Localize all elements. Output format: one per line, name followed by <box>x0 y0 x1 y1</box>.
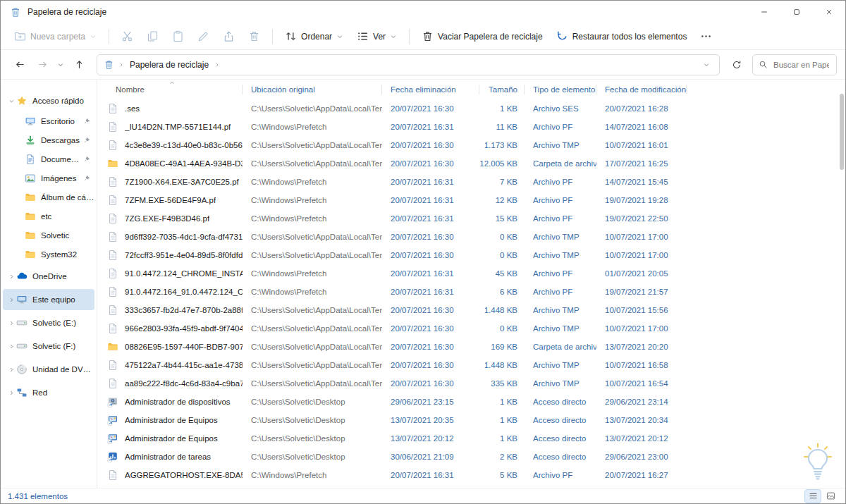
share-button[interactable] <box>216 26 241 47</box>
details-view-button[interactable] <box>805 490 821 503</box>
sidebar-item-album-de-camara[interactable]: Álbum de cámara <box>3 188 94 207</box>
file-type: Archivo PF <box>525 269 596 278</box>
file-row[interactable]: 4c3e8e39-c13d-40e0-b83c-0b56ca...C:\User… <box>102 136 837 154</box>
file-modified-date: 29/06/2021 23:14 <box>596 398 687 406</box>
file-row[interactable]: 72fccff3-951e-4e04-89d5-8f0fdfdf00...C:\… <box>102 246 837 264</box>
file-name: 9d6ff392-7035-4dc1-9cfa-df473117... <box>125 233 243 241</box>
search-box[interactable] <box>752 54 837 75</box>
chevron-right-icon[interactable] <box>6 273 16 280</box>
file-row[interactable]: .sesC:\Users\Solvetic\AppData\Local\Temp… <box>102 99 837 118</box>
file-modified-date: 01/07/2021 20:05 <box>596 269 687 278</box>
file-row[interactable]: AGGREGATORHOST.EXE-8DA5EB72...C:\Windows… <box>102 466 837 484</box>
paste-button[interactable] <box>166 26 190 47</box>
file-row[interactable]: 4D8A08EC-49A1-4AEA-934B-D3A6...C:\Users\… <box>102 154 837 173</box>
file-row[interactable]: 7Z1900-X64.EXE-3A7C0E25.pfC:\Windows\Pre… <box>102 173 837 191</box>
sidebar-item-solvetic-e[interactable]: Solvetic (E:) <box>3 312 94 333</box>
column-header-fecha-de-modificacion[interactable]: Fecha de modificación <box>596 80 687 99</box>
view-label: Ver <box>373 32 386 42</box>
delete-button[interactable] <box>242 26 266 47</box>
forward-button[interactable] <box>32 54 53 75</box>
file-row[interactable]: _IU14D2N.TMP-5571E144.pfC:\Windows\Prefe… <box>102 118 837 136</box>
file-row[interactable]: 7ZFM.EXE-56DE4F9A.pfC:\Windows\Prefetch2… <box>102 191 837 209</box>
onedrive-icon <box>16 271 30 282</box>
column-header-tamano[interactable]: Tamaño <box>479 80 525 99</box>
refresh-button[interactable] <box>727 55 747 75</box>
column-header-nombre[interactable]: Nombre <box>102 80 243 99</box>
column-header-tipo-de-elemento[interactable]: Tipo de elemento <box>525 80 596 99</box>
chevron-right-icon[interactable] <box>6 390 16 396</box>
file-location: C:\Windows\Prefetch <box>243 269 382 278</box>
sidebar-item-documentos[interactable]: Documentos <box>3 149 94 168</box>
recent-locations-button[interactable] <box>54 54 67 75</box>
chevron-right-icon[interactable] <box>6 343 16 350</box>
chevron-right-icon[interactable] <box>6 320 16 326</box>
minimize-button[interactable] <box>748 1 780 23</box>
file-row[interactable]: 966e2803-93fa-45f9-abdf-9f74044a...C:\Us… <box>102 319 837 338</box>
file-type: Archivo TMP <box>525 379 596 388</box>
sidebar-item-unidad-de-dvd-d[interactable]: Unidad de DVD (D:) <box>3 359 94 380</box>
file-row[interactable]: 9d6ff392-7035-4dc1-9cfa-df473117...C:\Us… <box>102 228 837 246</box>
file-modified-date: 13/07/2021 20:12 <box>596 434 687 443</box>
close-icon <box>825 8 833 16</box>
sidebar-item-solvetic-f[interactable]: Solvetic (F:) <box>3 336 94 357</box>
maximize-button[interactable] <box>780 1 813 23</box>
sort-label: Ordenar <box>301 32 332 42</box>
file-name-cell: AGGREGATORHOST.EXE-8DA5EB72... <box>102 469 243 481</box>
chevron-down-icon[interactable] <box>6 98 16 104</box>
file-size: 45 KB <box>479 269 525 278</box>
breadcrumb-item[interactable]: Papelera de reciclaje <box>128 59 210 70</box>
file-row[interactable]: Administrador de dispositivosC:\Users\So… <box>102 393 837 411</box>
up-button[interactable] <box>68 54 90 75</box>
file-size: 2 KB <box>479 453 525 461</box>
file-row[interactable]: 475122a7-4b44-415c-aa1e-4738a5c...C:\Use… <box>102 356 837 374</box>
file-row[interactable]: 91.0.4472.164_91.0.4472.124_C-82C...C:\W… <box>102 283 837 301</box>
sidebar-item-descargas[interactable]: Descargas <box>3 130 94 149</box>
file-row[interactable]: 333c3657-fb2d-47e7-870b-2a88f9d...C:\Use… <box>102 301 837 319</box>
rename-button[interactable] <box>191 26 216 47</box>
file-modified-date: 17/07/2021 16:25 <box>596 159 687 168</box>
file-row[interactable]: Administrador de EquiposC:\Users\Solveti… <box>102 429 837 448</box>
sort-button[interactable]: Ordenar <box>278 26 350 47</box>
empty-recycle-bin-button[interactable]: Vaciar Papelera de reciclaje <box>415 26 549 47</box>
column-header-label: Tamaño <box>489 85 517 94</box>
sidebar-item-este-equipo[interactable]: Este equipo <box>3 289 94 310</box>
more-options-button[interactable] <box>694 26 718 47</box>
sidebar-item-imagenes[interactable]: Imágenes <box>3 168 94 188</box>
back-button[interactable] <box>9 54 30 75</box>
view-button[interactable]: Ver <box>350 26 403 47</box>
file-size: 1 KB <box>479 434 525 443</box>
file-icon <box>107 195 119 206</box>
sidebar-item-red[interactable]: Red <box>3 382 94 403</box>
file-deleted-date: 20/07/2021 16:30 <box>382 233 479 241</box>
pin-icon <box>83 155 94 163</box>
sidebar-item-etc[interactable]: etc <box>3 207 94 226</box>
scrollbar-thumb[interactable] <box>840 94 844 170</box>
file-row[interactable]: 91.0.4472.124_CHROME_INSTALLE-...C:\Wind… <box>102 264 837 283</box>
file-row[interactable]: Administrador de tareasC:\Users\Solvetic… <box>102 448 837 466</box>
restore-all-button[interactable]: Restaurar todos los elementos <box>550 26 694 47</box>
window-body: Acceso rápidoEscritorioDescargasDocument… <box>1 80 845 488</box>
copy-button[interactable] <box>140 26 165 47</box>
column-header-ubicacion-original[interactable]: Ubicación original <box>243 80 382 99</box>
new-folder-button[interactable]: Nueva carpeta <box>8 26 103 47</box>
sidebar-item-system32[interactable]: System32 <box>3 245 94 264</box>
file-row[interactable]: 08826E95-1597-440F-BDB7-907E06...C:\User… <box>102 338 837 356</box>
chevron-right-icon[interactable] <box>6 367 16 373</box>
search-input[interactable] <box>772 60 830 70</box>
file-row[interactable]: Administrador de EquiposC:\Users\Solveti… <box>102 411 837 429</box>
address-dropdown-button[interactable] <box>700 59 713 71</box>
sidebar-item-solvetic[interactable]: Solvetic <box>3 226 94 245</box>
sort-icon <box>285 30 297 42</box>
file-row[interactable]: 7ZG.EXE-F49B3D46.pfC:\Windows\Prefetch20… <box>102 209 837 228</box>
sidebar-item-onedrive[interactable]: OneDrive <box>3 266 94 287</box>
file-row[interactable]: aa89c222-f8dc-4c6d-83a4-c9ba74e...C:\Use… <box>102 374 837 393</box>
sidebar-item-escritorio[interactable]: Escritorio <box>3 111 94 130</box>
chevron-right-icon[interactable] <box>6 297 16 303</box>
thumbnails-view-button[interactable] <box>823 490 838 503</box>
sidebar-item-acceso-rapido[interactable]: Acceso rápido <box>3 90 94 111</box>
column-header-fecha-eliminacion[interactable]: Fecha eliminación <box>382 80 479 99</box>
close-button[interactable] <box>813 1 845 23</box>
cut-button[interactable] <box>115 26 140 47</box>
file-size: 15 KB <box>479 214 525 223</box>
address-bar[interactable]: Papelera de reciclaje <box>97 54 720 75</box>
